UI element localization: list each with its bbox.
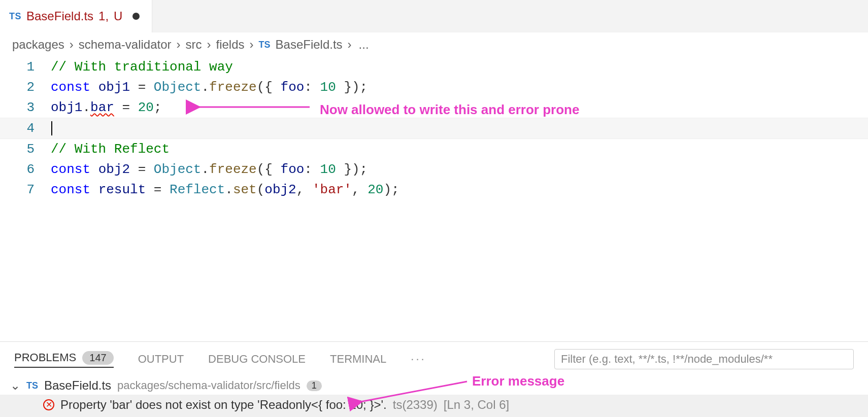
tab-label: PROBLEMS	[14, 351, 76, 364]
breadcrumb-file[interactable]: BaseField.ts	[276, 38, 343, 52]
breadcrumb-ellipsis[interactable]: ...	[359, 38, 369, 52]
code-token: 20	[138, 100, 154, 115]
tab-terminal[interactable]: TERMINAL	[330, 353, 386, 366]
problems-filter-input[interactable]: Filter (e.g. text, **/*.ts, !**/node_mod…	[554, 349, 854, 369]
breadcrumb-segment[interactable]: fields	[216, 38, 245, 52]
code-token: =	[146, 182, 170, 197]
code-token: });	[336, 80, 368, 95]
code-token: foo	[281, 80, 305, 95]
chevron-right-icon: ›	[348, 38, 352, 52]
code-token: freeze	[209, 162, 257, 177]
code-line[interactable]: 2 const obj1 = Object.freeze({ foo: 10 }…	[0, 77, 868, 97]
code-token: result	[98, 182, 146, 197]
code-token: 10	[320, 80, 336, 95]
breadcrumb[interactable]: packages › schema-validator › src › fiel…	[0, 32, 868, 57]
code-token: });	[336, 162, 368, 177]
code-error-token[interactable]: bar	[90, 100, 114, 115]
code-token: ,	[352, 182, 368, 197]
tab-label: DEBUG CONSOLE	[208, 353, 306, 366]
code-token: (	[257, 182, 265, 197]
typescript-icon: TS	[26, 380, 38, 391]
tab-problem-count: 1,	[98, 9, 109, 23]
bottom-panel: PROBLEMS 147 OUTPUT DEBUG CONSOLE TERMIN…	[0, 341, 868, 417]
code-token: .	[201, 80, 209, 95]
problem-message: Property 'bar' does not exist on type 'R…	[60, 398, 387, 412]
problems-count-badge: 147	[82, 351, 113, 365]
problem-file-group[interactable]: ⌄ TS BaseField.ts packages/schema-valida…	[0, 376, 868, 395]
code-editor[interactable]: 1 // With traditional way 2 const obj1 =…	[0, 57, 868, 200]
code-token: obj1	[98, 80, 130, 95]
code-line[interactable]: 7 const result = Reflect.set(obj2, 'bar'…	[0, 180, 868, 200]
code-token: 10	[320, 162, 336, 177]
code-token: obj1	[51, 100, 82, 115]
code-line[interactable]: 5 // With Reflect	[0, 139, 868, 159]
error-icon: ✕	[43, 399, 54, 410]
code-line[interactable]: 4	[0, 118, 868, 139]
code-token: );	[383, 182, 399, 197]
breadcrumb-segment[interactable]: src	[186, 38, 202, 52]
tab-label: OUTPUT	[138, 353, 184, 366]
chevron-down-icon[interactable]: ⌄	[10, 378, 20, 393]
line-number: 6	[0, 159, 51, 180]
code-token: .	[82, 100, 90, 115]
code-token: obj2	[264, 182, 296, 197]
code-token: freeze	[209, 80, 257, 95]
tab-problems[interactable]: PROBLEMS 147	[14, 351, 114, 368]
line-number: 4	[0, 118, 51, 138]
problem-code: ts(2339)	[393, 398, 438, 412]
code-token: set	[233, 182, 257, 197]
line-number: 3	[0, 97, 51, 118]
code-line[interactable]: 1 // With traditional way	[0, 57, 868, 77]
tab-git-status: U	[114, 9, 122, 23]
breadcrumb-segment[interactable]: schema-validator	[79, 38, 172, 52]
code-line[interactable]: 3 obj1.bar = 20;	[0, 97, 868, 118]
tab-filename: BaseField.ts	[26, 9, 93, 23]
code-token: foo	[281, 162, 305, 177]
code-token: const	[51, 182, 98, 197]
code-token: .	[225, 182, 233, 197]
code-line[interactable]: 6 const obj2 = Object.freeze({ foo: 10 }…	[0, 159, 868, 180]
chevron-right-icon: ›	[177, 38, 181, 52]
panel-tabbar: PROBLEMS 147 OUTPUT DEBUG CONSOLE TERMIN…	[0, 342, 868, 376]
code-token-comment: // With traditional way	[51, 59, 233, 75]
code-token: =	[114, 100, 138, 115]
code-token: =	[130, 80, 154, 95]
code-token: 'bar'	[312, 182, 352, 197]
chevron-right-icon: ›	[70, 38, 74, 52]
line-number: 5	[0, 139, 51, 159]
code-token: Object	[154, 80, 202, 95]
tab-debug-console[interactable]: DEBUG CONSOLE	[208, 353, 306, 366]
code-token: :	[304, 80, 320, 95]
text-cursor	[51, 121, 52, 135]
breadcrumb-segment[interactable]: packages	[12, 38, 64, 52]
code-token: .	[201, 162, 209, 177]
code-token: =	[130, 162, 154, 177]
code-token: ,	[296, 182, 312, 197]
line-number: 2	[0, 77, 51, 97]
problem-group-path: packages/schema-validator/src/fields	[117, 379, 301, 392]
dirty-indicator-icon[interactable]	[132, 13, 140, 20]
code-token: 20	[368, 182, 383, 197]
chevron-right-icon: ›	[250, 38, 254, 52]
problem-location: [Ln 3, Col 6]	[444, 398, 509, 412]
code-token: Object	[154, 162, 202, 177]
problem-item[interactable]: ✕ Property 'bar' does not exist on type …	[0, 395, 868, 417]
tab-bar: TS BaseField.ts 1, U	[0, 0, 868, 32]
tab-output[interactable]: OUTPUT	[138, 353, 184, 366]
code-token: const	[51, 80, 98, 95]
more-tabs-icon[interactable]: ···	[411, 353, 426, 366]
line-number: 1	[0, 57, 51, 77]
code-token: ({	[257, 80, 281, 95]
editor-tab[interactable]: TS BaseField.ts 1, U	[0, 0, 152, 32]
code-token: Reflect	[170, 182, 225, 197]
code-token: :	[304, 162, 320, 177]
line-number: 7	[0, 180, 51, 200]
tab-label: TERMINAL	[330, 353, 386, 366]
chevron-right-icon: ›	[207, 38, 211, 52]
problem-group-file: BaseField.ts	[44, 378, 111, 393]
typescript-icon: TS	[9, 11, 21, 22]
code-token-comment: // With Reflect	[51, 142, 170, 157]
code-token: obj2	[98, 162, 130, 177]
typescript-icon: TS	[259, 40, 271, 50]
code-token: ({	[257, 162, 281, 177]
